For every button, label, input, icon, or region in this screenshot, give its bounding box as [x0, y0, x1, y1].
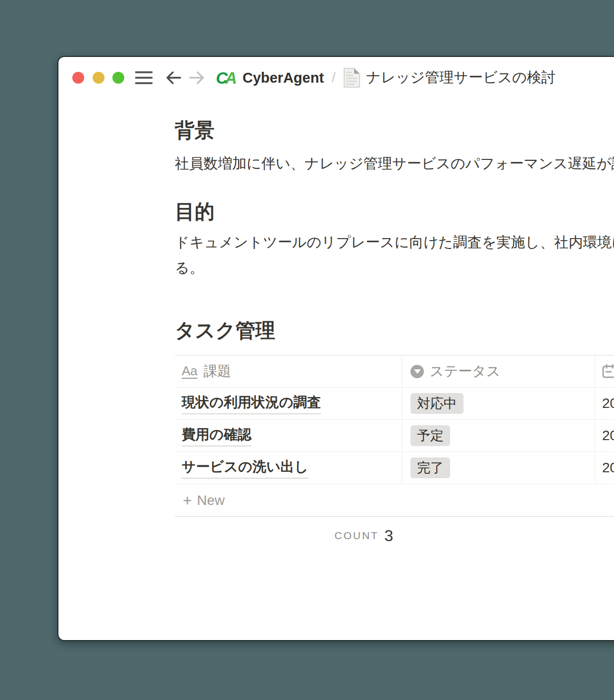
column-header-status[interactable]: ステータス	[402, 355, 595, 387]
new-row-button[interactable]: + New	[175, 484, 614, 516]
title-property-icon: Aa	[182, 364, 198, 379]
column-header-label: 課題	[204, 362, 231, 381]
plus-icon: +	[183, 493, 192, 508]
column-header-label: ステータス	[430, 362, 501, 381]
table-row: 費用の確認 予定 20	[175, 420, 614, 452]
task-date-cell[interactable]: 20	[595, 420, 614, 451]
task-status-cell[interactable]: 対応中	[402, 388, 595, 419]
table-header-row: Aa 課題 ステータス	[175, 355, 614, 388]
new-row-cell: + New	[175, 484, 232, 516]
new-row-label: New	[197, 493, 225, 508]
paragraph-background[interactable]: 社員数増加に伴い、ナレッジ管理サービスのパフォーマンス遅延が課	[175, 154, 614, 172]
task-title-cell[interactable]: サービスの洗い出し	[175, 452, 402, 484]
heading-background: 背景	[175, 119, 614, 141]
close-icon[interactable]	[72, 72, 84, 84]
status-badge: 対応中	[410, 393, 463, 414]
task-status-cell[interactable]: 予定	[402, 420, 595, 451]
task-title-cell[interactable]: 費用の確認	[175, 420, 402, 451]
paragraph-purpose-line1: ドキュメントツールのリプレースに向けた調査を実施し、社内環境に	[175, 234, 614, 250]
app-window: CA CyberAgent / ナレッジ管理サービスの検討 背景 社員数増加に伴…	[58, 57, 614, 640]
paragraph-purpose[interactable]: ドキュメントツールのリプレースに向けた調査を実施し、社内環境に る。	[175, 229, 614, 281]
count-value: 3	[384, 527, 393, 545]
task-date-cell[interactable]: 20	[595, 452, 614, 484]
table-row: サービスの洗い出し 完了 20	[175, 452, 614, 484]
column-header-date[interactable]	[595, 355, 614, 387]
task-table: Aa 課題 ステータス 現状の利	[175, 355, 614, 517]
select-property-icon	[410, 365, 424, 378]
zoom-icon[interactable]	[112, 72, 124, 84]
column-header-title[interactable]: Aa 課題	[175, 355, 402, 387]
task-date-cell[interactable]: 20	[595, 388, 614, 419]
table-calc-row[interactable]: COUNT 3	[175, 526, 402, 546]
task-title-cell[interactable]: 現状の利用状況の調査	[175, 388, 402, 419]
page-content: 背景 社員数増加に伴い、ナレッジ管理サービスのパフォーマンス遅延が課 目的 ドキ…	[175, 57, 614, 546]
heading-purpose: 目的	[175, 200, 614, 222]
status-badge: 予定	[410, 425, 450, 446]
table-row: 現状の利用状況の調査 対応中 20	[175, 388, 614, 420]
heading-task-management: タスク管理	[175, 319, 614, 341]
minimize-icon[interactable]	[93, 72, 104, 84]
date-property-icon	[602, 364, 614, 379]
hamburger-icon[interactable]	[135, 71, 153, 84]
paragraph-purpose-line2: る。	[175, 260, 204, 276]
task-status-cell[interactable]: 完了	[402, 452, 595, 484]
count-label: COUNT	[335, 530, 379, 542]
status-badge: 完了	[410, 457, 450, 478]
